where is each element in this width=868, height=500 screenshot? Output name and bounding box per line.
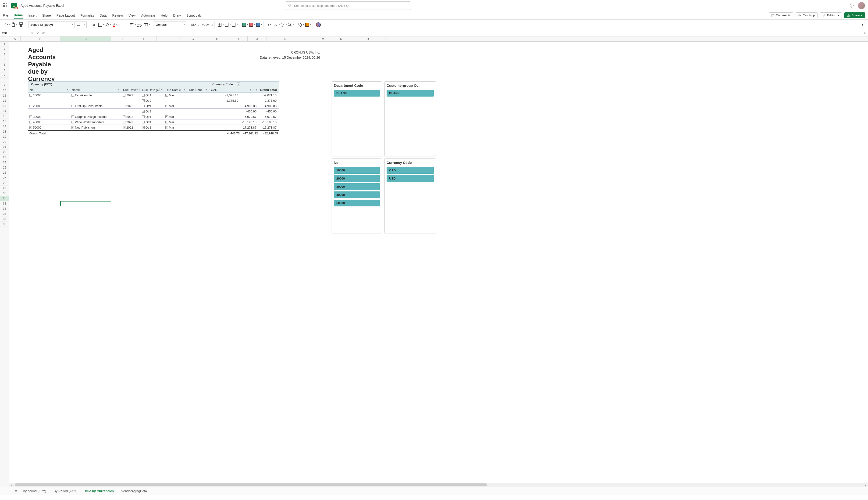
more-font-button[interactable]: ⋯ — [119, 22, 125, 28]
pivot-row[interactable]: −Qtr2-2,375.60-2,375.60 — [28, 98, 279, 103]
row-header[interactable]: 28 — [0, 180, 9, 185]
formula-input[interactable] — [48, 30, 862, 36]
sheet-next-button[interactable]: › — [8, 489, 12, 493]
row-header[interactable]: 23 — [0, 155, 9, 160]
slicer-item[interactable]: 20000 — [334, 175, 380, 182]
row-header[interactable]: 19 — [0, 134, 9, 139]
delete-cells-button[interactable]: ▾ — [224, 22, 231, 28]
expand-icon[interactable]: + — [165, 121, 168, 123]
insert-cells-button[interactable]: ▾ — [217, 22, 224, 28]
horizontal-scrollbar[interactable]: ◂ ▸ — [9, 483, 868, 487]
row-header[interactable]: 15 — [0, 114, 9, 119]
collapse-icon[interactable]: − — [123, 126, 126, 129]
row-header[interactable]: 16 — [0, 119, 9, 124]
search-input[interactable]: Search for tools, help, and more (Alt + … — [285, 1, 411, 10]
collapse-icon[interactable]: − — [71, 121, 74, 123]
row-header[interactable]: 20 — [0, 139, 9, 145]
row-header[interactable]: 30 — [0, 191, 9, 196]
scrollbar-thumb[interactable] — [15, 484, 487, 486]
format-painter-button[interactable] — [18, 22, 24, 28]
selected-cell[interactable] — [60, 201, 111, 206]
row-header[interactable]: 1 — [0, 42, 9, 47]
pivot-row[interactable]: −50000−Nod Publishers−2022−Qtr1+Mar-17,2… — [28, 125, 279, 130]
formula-expand-button[interactable]: ▾ — [862, 31, 868, 35]
chevron-down-icon[interactable]: ▾ — [66, 88, 69, 91]
slicer-department[interactable]: Department Code BLANK — [332, 81, 382, 156]
slicer-item[interactable]: 50000 — [334, 200, 380, 206]
collapse-icon[interactable]: − — [71, 115, 74, 118]
slicer-item[interactable]: BLANK — [387, 90, 434, 96]
collapse-icon[interactable]: − — [142, 126, 144, 129]
addins-button[interactable]: ▾ — [305, 22, 311, 28]
slicer-item[interactable]: 40000 — [334, 191, 380, 198]
collapse-icon[interactable]: − — [142, 115, 144, 118]
tab-file[interactable]: File — [3, 12, 8, 19]
pivot-row[interactable]: −10000−Fabrikam, Inc.−2022−Qtr1+Mar-2,07… — [28, 93, 279, 98]
gear-icon[interactable] — [849, 3, 854, 8]
collapse-icon[interactable]: − — [30, 94, 32, 96]
find-button[interactable]: ▾ — [287, 22, 294, 28]
chevron-down-icon[interactable]: ▾ — [237, 82, 240, 86]
select-all-corner[interactable] — [0, 36, 9, 41]
slicer-item[interactable]: BLANK — [334, 90, 380, 96]
collapse-icon[interactable]: − — [30, 115, 32, 118]
collapse-icon[interactable]: − — [30, 126, 32, 129]
collapse-icon[interactable]: − — [123, 94, 126, 96]
expand-icon[interactable]: + — [165, 105, 168, 107]
row-header[interactable]: 29 — [0, 185, 9, 191]
sheet-tab-lcy[interactable]: By period (LCY) — [20, 487, 49, 495]
chevron-down-icon[interactable]: ▾ — [117, 88, 120, 91]
sheet-prev-button[interactable]: ‹ — [2, 489, 7, 493]
row-header[interactable]: 3 — [0, 52, 9, 57]
slicer-currency[interactable]: Currency Code CAD USD — [385, 159, 436, 233]
slicer-item[interactable]: 30000 — [334, 183, 380, 190]
row-header[interactable]: 36 — [0, 221, 9, 227]
tab-home[interactable]: Home — [14, 12, 23, 19]
expand-icon[interactable]: + — [165, 94, 168, 96]
column-header[interactable]: F — [156, 36, 181, 41]
row-header[interactable]: 14 — [0, 109, 9, 114]
name-box-input[interactable] — [0, 31, 21, 35]
tab-share[interactable]: Share — [42, 12, 51, 19]
name-box[interactable]: ▾ — [0, 30, 28, 36]
sheet-menu-button[interactable]: ≡ — [13, 489, 19, 493]
row-header[interactable]: 22 — [0, 150, 9, 155]
tab-page-layout[interactable]: Page Layout — [57, 12, 75, 19]
row-header[interactable]: 21 — [0, 145, 9, 150]
column-header[interactable]: A — [9, 36, 21, 41]
row-header[interactable]: 4 — [0, 57, 9, 62]
collapse-icon[interactable]: − — [142, 105, 144, 107]
row-header[interactable]: 31 — [0, 196, 9, 201]
row-header[interactable]: 32 — [0, 201, 9, 206]
row-header[interactable]: 6 — [0, 67, 9, 72]
cond-format-button[interactable]: ▾ — [242, 22, 248, 28]
pivot-table[interactable]: Open by (FCY) Currency Code▾ No.▾ Name▾ … — [28, 81, 279, 136]
expand-icon[interactable]: + — [165, 115, 168, 118]
row-header[interactable]: 24 — [0, 160, 9, 165]
collapse-icon[interactable]: − — [30, 105, 32, 107]
row-header[interactable]: 12 — [0, 98, 9, 103]
paste-button[interactable]: ▾ — [11, 22, 17, 28]
tab-help[interactable]: Help — [161, 12, 167, 19]
pivot-row[interactable]: −30000−Graphic Design Institute−2022−Qtr… — [28, 114, 279, 120]
sheet-tab-vendordata[interactable]: VendorAgingData — [118, 487, 150, 495]
align-button[interactable]: ▾ — [129, 22, 136, 28]
collapse-icon[interactable]: − — [142, 99, 144, 102]
collapse-icon[interactable]: − — [71, 94, 74, 96]
column-header[interactable]: M — [314, 36, 332, 41]
sheet-area[interactable]: Aged Accounts Payable due by Currency (F… — [9, 42, 868, 487]
row-header[interactable]: 11 — [0, 93, 9, 98]
column-header[interactable]: K — [267, 36, 303, 41]
slicer-no[interactable]: No. 10000 20000 30000 40000 50000 — [332, 159, 382, 233]
column-header[interactable]: O — [350, 36, 385, 41]
chevron-down-icon[interactable]: ▾ — [136, 88, 139, 91]
row-header[interactable]: 26 — [0, 170, 9, 175]
row-header[interactable]: 34 — [0, 211, 9, 216]
clear-button[interactable]: ▾ — [273, 22, 280, 28]
copilot-button[interactable] — [315, 22, 322, 28]
font-name-select[interactable] — [28, 22, 74, 28]
tab-view[interactable]: View — [128, 12, 136, 19]
row-header[interactable]: 27 — [0, 175, 9, 180]
column-header[interactable]: D — [111, 36, 132, 41]
tab-formulas[interactable]: Formulas — [80, 12, 94, 19]
